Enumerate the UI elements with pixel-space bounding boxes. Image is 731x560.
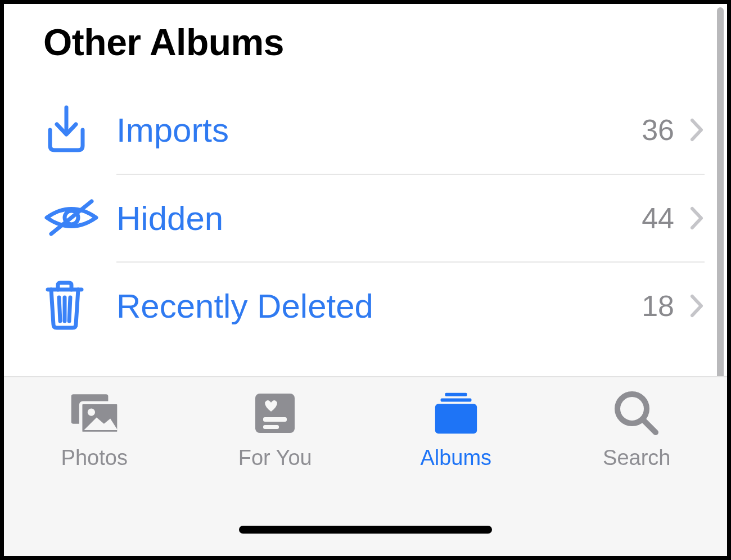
- photos-app-screen: Other Albums Imports 36: [0, 0, 731, 560]
- svg-point-3: [88, 409, 95, 416]
- tab-label: For You: [238, 446, 312, 470]
- album-count: 18: [642, 289, 674, 323]
- tab-label: Albums: [420, 446, 491, 470]
- photos-icon: [69, 391, 120, 436]
- search-icon: [611, 391, 662, 436]
- scrollbar[interactable]: [717, 7, 724, 383]
- tab-label: Search: [603, 446, 670, 470]
- tab-for-you[interactable]: For You: [185, 391, 366, 470]
- row-body: Recently Deleted 18: [116, 261, 705, 349]
- tab-albums[interactable]: Albums: [366, 391, 547, 470]
- album-label: Imports: [116, 111, 642, 150]
- other-albums-list: Imports 36 Hidden: [4, 86, 727, 349]
- tab-label: Photos: [61, 446, 128, 470]
- svg-rect-6: [263, 425, 279, 429]
- chevron-right-icon: [689, 293, 705, 319]
- hidden-icon: [43, 198, 116, 237]
- svg-rect-8: [440, 399, 471, 402]
- chevron-right-icon: [689, 205, 705, 231]
- album-row-hidden[interactable]: Hidden 44: [43, 174, 727, 261]
- for-you-icon: [250, 391, 300, 436]
- svg-rect-5: [263, 417, 287, 422]
- album-count: 44: [642, 201, 674, 235]
- content-area: Other Albums Imports 36: [4, 4, 727, 376]
- row-body: Imports 36: [116, 86, 705, 174]
- svg-rect-9: [435, 404, 477, 433]
- album-row-imports[interactable]: Imports 36: [43, 86, 727, 174]
- section-title: Other Albums: [4, 15, 727, 86]
- albums-icon: [431, 391, 481, 436]
- album-count: 36: [642, 113, 674, 147]
- row-body: Hidden 44: [116, 174, 705, 261]
- chevron-right-icon: [689, 117, 705, 143]
- home-indicator[interactable]: [239, 526, 492, 534]
- album-row-recently-deleted[interactable]: Recently Deleted 18: [43, 261, 727, 349]
- trash-icon: [43, 279, 116, 331]
- tab-search[interactable]: Search: [547, 391, 728, 470]
- album-label: Hidden: [116, 199, 642, 238]
- svg-rect-7: [445, 393, 467, 396]
- tab-photos[interactable]: Photos: [4, 391, 185, 470]
- album-label: Recently Deleted: [116, 287, 642, 326]
- import-icon: [43, 105, 116, 155]
